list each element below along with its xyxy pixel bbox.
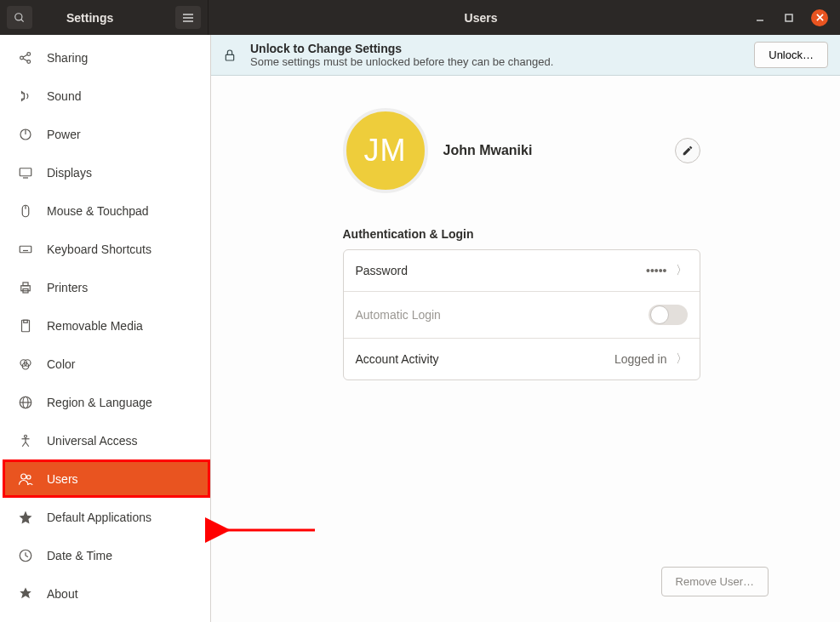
sidebar-item-label: Color — [47, 357, 75, 371]
keyboard-icon — [18, 242, 33, 257]
about-icon — [18, 586, 33, 602]
remove-user-button[interactable]: Remove User… — [661, 567, 769, 596]
sidebar-item-displays[interactable]: Displays — [3, 153, 210, 191]
close-button[interactable] — [811, 9, 828, 26]
svg-point-42 — [21, 474, 26, 479]
svg-line-1 — [21, 19, 24, 21]
svg-rect-26 — [21, 285, 31, 290]
auth-panel: Password ••••• 〉 Automatic Login Account… — [343, 249, 700, 380]
content-area: Unlock to Change Settings Some settings … — [211, 35, 840, 622]
svg-point-43 — [27, 475, 31, 479]
sidebar-item-printers[interactable]: Printers — [3, 268, 210, 306]
svg-point-37 — [25, 435, 27, 437]
app-title: Settings — [32, 11, 175, 25]
infobar-subtitle: Some settings must be unlocked before th… — [250, 55, 742, 68]
sidebar-item-label: Default Applications — [47, 511, 151, 524]
pencil-icon — [682, 145, 694, 157]
sidebar-item-region-language[interactable]: Region & Language — [3, 383, 210, 421]
chevron-right-icon: 〉 — [676, 351, 688, 367]
maximize-button[interactable] — [782, 11, 796, 25]
activity-label: Account Activity — [356, 352, 614, 366]
sidebar-item-label: Region & Language — [47, 396, 152, 409]
activity-value: Logged in — [614, 352, 667, 366]
svg-rect-29 — [22, 320, 30, 332]
sidebar-item-label: Printers — [47, 281, 88, 294]
titlebar-left: Settings — [0, 0, 209, 35]
user-header: JM John Mwaniki — [343, 108, 700, 193]
sidebar-item-universal-access[interactable]: Universal Access — [3, 421, 210, 459]
autologin-label: Automatic Login — [356, 308, 649, 322]
sidebar-item-label: Universal Access — [47, 434, 138, 448]
svg-line-13 — [23, 58, 27, 60]
sidebar-item-color[interactable]: Color — [3, 345, 210, 383]
sidebar: SharingSoundPowerDisplaysMouse & Touchpa… — [3, 35, 211, 622]
search-icon — [14, 12, 26, 24]
maximize-icon — [785, 14, 793, 22]
svg-rect-47 — [226, 54, 233, 60]
sidebar-item-date-time[interactable]: Date & Time — [3, 536, 210, 574]
displays-icon — [18, 165, 33, 180]
autologin-switch[interactable] — [649, 305, 688, 325]
sidebar-item-sharing[interactable]: Sharing — [3, 38, 210, 77]
media-icon — [18, 318, 33, 334]
password-label: Password — [356, 264, 646, 277]
activity-row[interactable]: Account Activity Logged in 〉 — [344, 339, 700, 379]
sidebar-item-label: Sound — [47, 89, 81, 103]
unlock-button[interactable]: Unlock… — [754, 42, 828, 68]
svg-rect-16 — [20, 168, 31, 175]
password-value: ••••• — [646, 264, 667, 277]
close-icon — [816, 14, 824, 21]
sidebar-item-mouse-touchpad[interactable]: Mouse & Touchpad — [3, 191, 210, 230]
svg-point-0 — [15, 13, 22, 20]
avatar[interactable]: JM — [343, 108, 428, 193]
sidebar-item-label: Users — [47, 472, 78, 486]
minimize-button[interactable] — [753, 11, 767, 25]
sidebar-item-keyboard-shortcuts[interactable]: Keyboard Shortcuts — [3, 230, 210, 268]
sharing-icon — [18, 50, 33, 66]
sidebar-item-about[interactable]: About — [3, 574, 210, 613]
access-icon — [18, 433, 33, 448]
sidebar-item-default-applications[interactable]: Default Applications — [3, 498, 210, 536]
svg-line-46 — [26, 556, 28, 557]
user-fullname: John Mwaniki — [443, 143, 533, 158]
sidebar-item-label: Keyboard Shortcuts — [47, 243, 151, 256]
hamburger-button[interactable] — [175, 6, 201, 29]
svg-rect-27 — [23, 282, 28, 286]
region-icon — [18, 395, 33, 410]
sound-icon — [18, 88, 33, 104]
infobar-title: Unlock to Change Settings — [250, 42, 742, 55]
password-row[interactable]: Password ••••• 〉 — [344, 250, 700, 292]
search-button[interactable] — [7, 6, 32, 29]
infobar-text: Unlock to Change Settings Some settings … — [250, 42, 742, 68]
svg-line-40 — [22, 442, 26, 446]
minimize-icon — [756, 14, 764, 22]
edit-name-button[interactable] — [675, 138, 700, 163]
svg-rect-30 — [24, 320, 28, 322]
sidebar-item-label: Displays — [47, 166, 92, 180]
sidebar-item-label: Mouse & Touchpad — [47, 204, 149, 218]
titlebar-right: Users — [209, 0, 840, 35]
chevron-right-icon: 〉 — [676, 263, 688, 278]
star-icon — [18, 510, 33, 525]
sidebar-item-label: About — [47, 587, 78, 601]
power-icon — [18, 127, 33, 142]
auth-section-title: Authentication & Login — [343, 227, 700, 241]
page-title: Users — [209, 11, 753, 25]
users-icon — [18, 471, 33, 487]
svg-rect-6 — [786, 14, 792, 21]
unlock-infobar: Unlock to Change Settings Some settings … — [211, 35, 840, 76]
mouse-icon — [18, 203, 33, 219]
sidebar-item-label: Removable Media — [47, 319, 143, 333]
titlebar: Settings Users — [0, 0, 840, 35]
sidebar-item-users[interactable]: Users — [3, 459, 210, 498]
sidebar-item-label: Sharing — [47, 51, 88, 65]
svg-line-41 — [26, 442, 29, 446]
clock-icon — [18, 548, 33, 563]
sidebar-item-power[interactable]: Power — [3, 115, 210, 153]
lock-icon — [223, 48, 238, 63]
sidebar-item-label: Date & Time — [47, 549, 112, 562]
sidebar-item-sound[interactable]: Sound — [3, 77, 210, 115]
sidebar-item-removable-media[interactable]: Removable Media — [3, 306, 210, 345]
autologin-row: Automatic Login — [344, 292, 700, 339]
svg-rect-20 — [20, 246, 31, 253]
